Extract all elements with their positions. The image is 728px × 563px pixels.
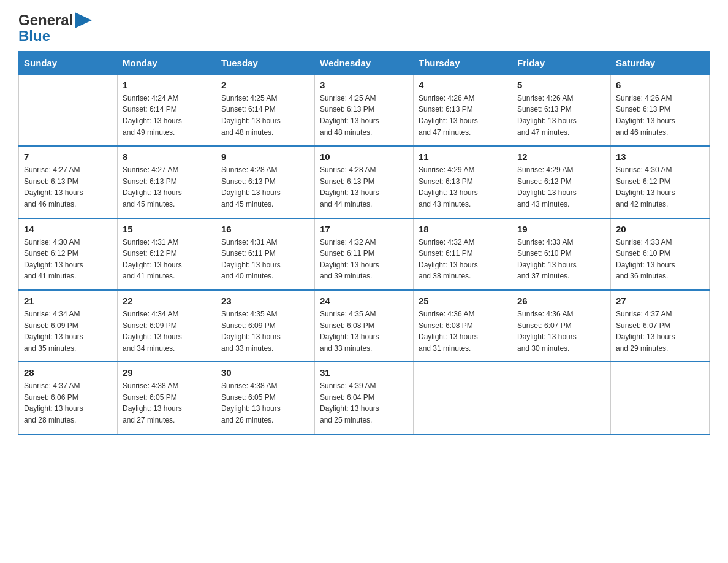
calendar-cell: 2Sunrise: 4:25 AMSunset: 6:14 PMDaylight…	[216, 74, 315, 146]
day-info: Sunrise: 4:38 AMSunset: 6:05 PMDaylight:…	[221, 380, 309, 426]
day-number: 2	[221, 80, 309, 90]
day-number: 29	[123, 367, 211, 378]
calendar-cell: 24Sunrise: 4:35 AMSunset: 6:08 PMDayligh…	[315, 290, 414, 362]
weekday-header-tuesday: Tuesday	[216, 51, 315, 74]
svg-marker-1	[75, 12, 92, 28]
calendar-cell: 5Sunrise: 4:26 AMSunset: 6:13 PMDaylight…	[512, 74, 611, 146]
day-number: 10	[320, 151, 408, 162]
calendar-cell: 25Sunrise: 4:36 AMSunset: 6:08 PMDayligh…	[414, 290, 512, 362]
calendar-cell: 27Sunrise: 4:37 AMSunset: 6:07 PMDayligh…	[611, 290, 710, 362]
calendar-cell	[611, 362, 710, 434]
day-number: 14	[24, 224, 112, 234]
day-number: 4	[419, 80, 507, 90]
calendar-cell: 13Sunrise: 4:30 AMSunset: 6:12 PMDayligh…	[611, 146, 710, 218]
weekday-header-row: SundayMondayTuesdayWednesdayThursdayFrid…	[19, 51, 710, 74]
calendar-cell: 26Sunrise: 4:36 AMSunset: 6:07 PMDayligh…	[512, 290, 611, 362]
day-info: Sunrise: 4:26 AMSunset: 6:13 PMDaylight:…	[616, 93, 704, 138]
day-number: 30	[221, 367, 309, 378]
calendar-cell: 31Sunrise: 4:39 AMSunset: 6:04 PMDayligh…	[315, 362, 414, 434]
calendar-cell: 9Sunrise: 4:28 AMSunset: 6:13 PMDaylight…	[216, 146, 315, 218]
day-number: 17	[320, 224, 408, 234]
day-number: 25	[419, 296, 507, 306]
calendar-cell: 4Sunrise: 4:26 AMSunset: 6:13 PMDaylight…	[414, 74, 512, 146]
calendar-cell	[512, 362, 611, 434]
day-info: Sunrise: 4:32 AMSunset: 6:11 PMDaylight:…	[419, 237, 507, 282]
day-info: Sunrise: 4:39 AMSunset: 6:04 PMDaylight:…	[320, 380, 408, 426]
day-info: Sunrise: 4:34 AMSunset: 6:09 PMDaylight:…	[24, 308, 112, 354]
calendar-cell: 6Sunrise: 4:26 AMSunset: 6:13 PMDaylight…	[611, 74, 710, 146]
calendar-cell	[19, 74, 118, 146]
weekday-header-wednesday: Wednesday	[315, 51, 414, 74]
calendar-cell: 28Sunrise: 4:37 AMSunset: 6:06 PMDayligh…	[19, 362, 118, 434]
calendar-week-row: 1Sunrise: 4:24 AMSunset: 6:14 PMDaylight…	[19, 74, 710, 146]
calendar-cell: 1Sunrise: 4:24 AMSunset: 6:14 PMDaylight…	[118, 74, 216, 146]
day-number: 19	[517, 224, 605, 234]
day-number: 18	[419, 224, 507, 234]
day-info: Sunrise: 4:26 AMSunset: 6:13 PMDaylight:…	[419, 93, 507, 138]
calendar-cell: 30Sunrise: 4:38 AMSunset: 6:05 PMDayligh…	[216, 362, 315, 434]
day-info: Sunrise: 4:30 AMSunset: 6:12 PMDaylight:…	[616, 164, 704, 210]
calendar-cell: 3Sunrise: 4:25 AMSunset: 6:13 PMDaylight…	[315, 74, 414, 146]
day-number: 7	[24, 151, 112, 162]
day-info: Sunrise: 4:33 AMSunset: 6:10 PMDaylight:…	[517, 237, 605, 282]
day-info: Sunrise: 4:25 AMSunset: 6:14 PMDaylight:…	[221, 93, 309, 138]
day-info: Sunrise: 4:29 AMSunset: 6:12 PMDaylight:…	[517, 164, 605, 210]
calendar-cell: 18Sunrise: 4:32 AMSunset: 6:11 PMDayligh…	[414, 218, 512, 290]
day-info: Sunrise: 4:36 AMSunset: 6:07 PMDaylight:…	[517, 308, 605, 354]
day-info: Sunrise: 4:27 AMSunset: 6:13 PMDaylight:…	[24, 164, 112, 210]
calendar-cell: 20Sunrise: 4:33 AMSunset: 6:10 PMDayligh…	[611, 218, 710, 290]
day-info: Sunrise: 4:27 AMSunset: 6:13 PMDaylight:…	[123, 164, 211, 210]
calendar-week-row: 21Sunrise: 4:34 AMSunset: 6:09 PMDayligh…	[19, 290, 710, 362]
day-info: Sunrise: 4:32 AMSunset: 6:11 PMDaylight:…	[320, 237, 408, 282]
logo-flag-icon	[75, 12, 93, 28]
calendar-cell: 29Sunrise: 4:38 AMSunset: 6:05 PMDayligh…	[118, 362, 216, 434]
calendar-cell: 23Sunrise: 4:35 AMSunset: 6:09 PMDayligh…	[216, 290, 315, 362]
weekday-header-thursday: Thursday	[414, 51, 512, 74]
day-number: 27	[616, 296, 704, 306]
day-number: 24	[320, 296, 408, 306]
calendar-table: SundayMondayTuesdayWednesdayThursdayFrid…	[18, 51, 710, 435]
calendar-cell: 17Sunrise: 4:32 AMSunset: 6:11 PMDayligh…	[315, 218, 414, 290]
calendar-week-row: 14Sunrise: 4:30 AMSunset: 6:12 PMDayligh…	[19, 218, 710, 290]
calendar-cell: 21Sunrise: 4:34 AMSunset: 6:09 PMDayligh…	[19, 290, 118, 362]
day-number: 12	[517, 151, 605, 162]
weekday-header-friday: Friday	[512, 51, 611, 74]
day-info: Sunrise: 4:29 AMSunset: 6:13 PMDaylight:…	[419, 164, 507, 210]
calendar-cell: 8Sunrise: 4:27 AMSunset: 6:13 PMDaylight…	[118, 146, 216, 218]
logo: General Blue	[18, 12, 93, 45]
calendar-cell	[414, 362, 512, 434]
calendar-cell: 15Sunrise: 4:31 AMSunset: 6:12 PMDayligh…	[118, 218, 216, 290]
day-info: Sunrise: 4:35 AMSunset: 6:08 PMDaylight:…	[320, 308, 408, 354]
day-info: Sunrise: 4:24 AMSunset: 6:14 PMDaylight:…	[123, 93, 211, 138]
day-number: 21	[24, 296, 112, 306]
day-number: 15	[123, 224, 211, 234]
weekday-header-saturday: Saturday	[611, 51, 710, 74]
calendar-cell: 12Sunrise: 4:29 AMSunset: 6:12 PMDayligh…	[512, 146, 611, 218]
weekday-header-monday: Monday	[118, 51, 216, 74]
page-header: General Blue	[18, 12, 710, 45]
day-number: 28	[24, 367, 112, 378]
day-info: Sunrise: 4:25 AMSunset: 6:13 PMDaylight:…	[320, 93, 408, 138]
day-info: Sunrise: 4:36 AMSunset: 6:08 PMDaylight:…	[419, 308, 507, 354]
calendar-cell: 11Sunrise: 4:29 AMSunset: 6:13 PMDayligh…	[414, 146, 512, 218]
day-info: Sunrise: 4:28 AMSunset: 6:13 PMDaylight:…	[320, 164, 408, 210]
day-number: 22	[123, 296, 211, 306]
day-info: Sunrise: 4:26 AMSunset: 6:13 PMDaylight:…	[517, 93, 605, 138]
day-info: Sunrise: 4:30 AMSunset: 6:12 PMDaylight:…	[24, 237, 112, 282]
calendar-cell: 19Sunrise: 4:33 AMSunset: 6:10 PMDayligh…	[512, 218, 611, 290]
calendar-week-row: 7Sunrise: 4:27 AMSunset: 6:13 PMDaylight…	[19, 146, 710, 218]
day-number: 16	[221, 224, 309, 234]
day-number: 23	[221, 296, 309, 306]
day-info: Sunrise: 4:33 AMSunset: 6:10 PMDaylight:…	[616, 237, 704, 282]
day-number: 5	[517, 80, 605, 90]
day-number: 31	[320, 367, 408, 378]
calendar-cell: 10Sunrise: 4:28 AMSunset: 6:13 PMDayligh…	[315, 146, 414, 218]
day-info: Sunrise: 4:37 AMSunset: 6:06 PMDaylight:…	[24, 380, 112, 426]
day-info: Sunrise: 4:28 AMSunset: 6:13 PMDaylight:…	[221, 164, 309, 210]
day-number: 6	[616, 80, 704, 90]
calendar-cell: 14Sunrise: 4:30 AMSunset: 6:12 PMDayligh…	[19, 218, 118, 290]
logo-blue-text: Blue	[18, 28, 93, 44]
logo-general-text: General	[18, 12, 73, 28]
day-info: Sunrise: 4:31 AMSunset: 6:11 PMDaylight:…	[221, 237, 309, 282]
day-info: Sunrise: 4:31 AMSunset: 6:12 PMDaylight:…	[123, 237, 211, 282]
